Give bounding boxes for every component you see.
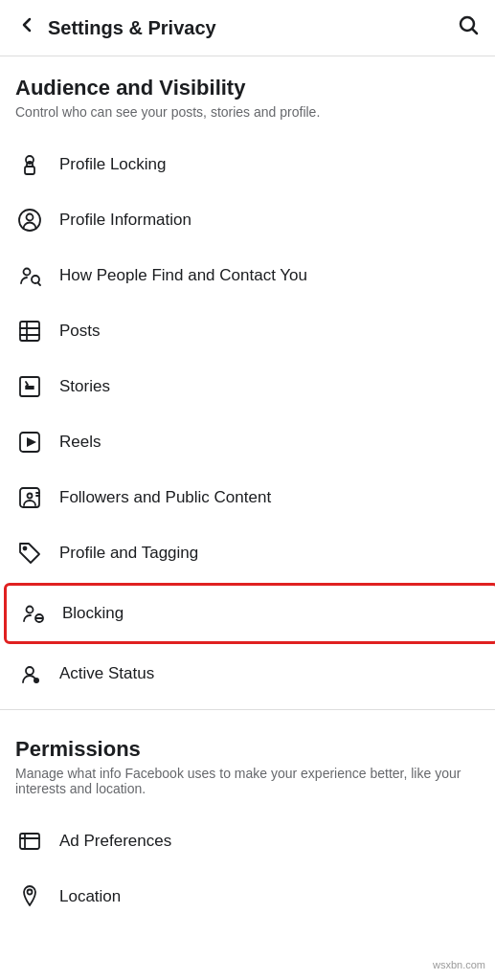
blocking-label: Blocking [62,604,124,623]
lock-person-icon [15,150,44,179]
ad-preferences-icon [15,827,44,856]
menu-item-location[interactable]: Location [0,869,495,924]
svg-point-29 [28,890,33,895]
blocking-icon [18,599,47,628]
menu-item-profile-information[interactable]: Profile Information [0,192,495,248]
stories-label: Stories [59,377,110,396]
active-status-icon [15,659,44,688]
svg-marker-15 [27,437,36,447]
menu-item-reels[interactable]: Reels [0,414,495,470]
permissions-section: Permissions Manage what info Facebook us… [0,718,495,813]
header-left: Settings & Privacy [15,13,216,42]
search-button[interactable] [457,13,480,42]
audience-section-subtitle: Control who can see your posts, stories … [15,104,480,120]
audience-section: Audience and Visibility Control who can … [0,56,495,137]
reels-icon [15,428,44,457]
profile-locking-label: Profile Locking [59,155,167,174]
menu-item-how-people-find[interactable]: How People Find and Contact You [0,248,495,303]
posts-label: Posts [59,322,101,341]
profile-information-label: Profile Information [59,211,191,230]
menu-item-posts[interactable]: Posts [0,303,495,359]
location-label: Location [59,887,121,906]
location-icon [15,882,44,911]
menu-item-active-status[interactable]: Active Status [0,646,495,702]
audience-section-title: Audience and Visibility [15,76,480,100]
header: Settings & Privacy [0,0,495,56]
posts-icon [15,317,44,345]
person-circle-icon [15,206,44,234]
svg-point-25 [34,678,39,683]
menu-item-profile-tagging[interactable]: Profile and Tagging [0,525,495,581]
stories-icon [15,372,44,401]
header-title: Settings & Privacy [48,17,216,39]
svg-point-20 [24,547,27,550]
section-divider [0,709,495,710]
menu-item-blocking[interactable]: Blocking [4,583,495,644]
profile-tagging-label: Profile and Tagging [59,544,198,563]
tag-icon [15,539,44,568]
followers-public-label: Followers and Public Content [59,488,271,507]
menu-item-followers-public[interactable]: Followers and Public Content [0,470,495,525]
active-status-label: Active Status [59,664,154,683]
svg-point-7 [32,276,39,283]
reels-label: Reels [59,433,101,452]
svg-rect-9 [20,322,39,341]
permissions-section-title: Permissions [15,737,480,762]
svg-point-24 [26,667,34,675]
watermark: wsxbn.com [433,959,485,970]
svg-rect-3 [25,167,34,174]
svg-point-21 [27,607,34,613]
person-search-icon [15,261,44,290]
svg-point-6 [24,269,31,276]
permissions-section-subtitle: Manage what info Facebook uses to make y… [15,766,480,796]
ad-preferences-label: Ad Preferences [59,832,171,851]
how-people-find-label: How People Find and Contact You [59,266,307,285]
menu-item-profile-locking[interactable]: Profile Locking [0,137,495,192]
menu-item-stories[interactable]: Stories [0,359,495,414]
svg-line-8 [38,283,40,285]
back-button[interactable] [15,13,38,42]
svg-point-17 [28,494,33,499]
svg-rect-26 [20,834,39,849]
menu-item-ad-preferences[interactable]: Ad Preferences [0,813,495,869]
svg-point-5 [27,214,34,221]
svg-line-1 [473,30,477,33]
followers-icon [15,483,44,512]
